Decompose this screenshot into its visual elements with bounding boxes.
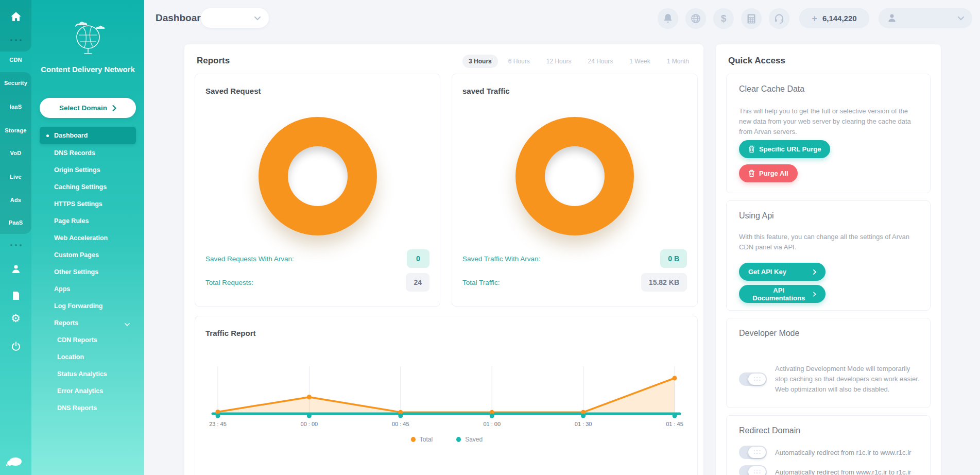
sidebar-item-label: Web Acceleration	[54, 234, 108, 242]
stat-row: Total Traffic: 15.82 KB	[462, 273, 687, 292]
clear-cache-title: Clear Cache Data	[739, 84, 804, 94]
using-api-desc: With this feature, you can change all th…	[739, 232, 920, 252]
sidebar-item-dns-records[interactable]: DNS Records	[40, 144, 136, 161]
sidebar-subitem-location[interactable]: Location	[40, 348, 136, 365]
redirect-row-label: Automatically redirect from www.r1c.ir t…	[775, 468, 911, 475]
redirect-nonwww-toggle[interactable]	[739, 465, 767, 475]
cdn-dashboard-app: CDNSecurityIaaSStorageVoDLiveAdsPaaS ⚙	[0, 0, 980, 475]
purge-all-button[interactable]: Purge All	[739, 164, 798, 182]
rail-divider-dots-icon	[0, 39, 31, 41]
globe-icon[interactable]	[685, 8, 706, 29]
api-documentations-button[interactable]: API Documentations	[739, 285, 826, 303]
calculator-icon[interactable]	[741, 8, 762, 29]
chevron-down-icon	[254, 16, 261, 21]
time-filter-1-week[interactable]: 1 Week	[623, 55, 656, 68]
trash-icon	[748, 145, 755, 153]
reports-title: Reports	[197, 56, 230, 66]
sidebar-item-origin-settings[interactable]: Origin Settings	[40, 161, 136, 178]
sidebar-subitem-status-analytics[interactable]: Status Analytics	[40, 365, 136, 382]
plus-icon: +	[812, 14, 817, 23]
sidebar-item-label: Origin Settings	[54, 166, 100, 174]
time-filter-3-hours[interactable]: 3 Hours	[462, 55, 498, 68]
user-menu[interactable]	[879, 8, 972, 28]
rail-item-paas[interactable]: PaaS	[0, 219, 31, 226]
sidebar-item-dashboard[interactable]: Dashboard	[40, 127, 136, 144]
specific-url-purge-button[interactable]: Specific URL Purge	[739, 140, 830, 158]
reports-panel: Reports 3 Hours6 Hours12 Hours24 Hours1 …	[184, 44, 703, 475]
bell-icon[interactable]	[658, 8, 678, 29]
redirect-www-toggle[interactable]	[739, 446, 767, 459]
sidebar-subitem-error-analytics[interactable]: Error Analytics	[40, 382, 136, 399]
docs-icon[interactable]	[0, 291, 31, 303]
page-title: Dashboard	[156, 12, 207, 24]
svg-text:00 : 45: 00 : 45	[392, 421, 409, 427]
saved-request-donut-chart	[259, 117, 377, 235]
redirect-domain-card: Redirect Domain Automatically redirect f…	[726, 415, 931, 475]
specific-url-purge-label: Specific URL Purge	[759, 145, 821, 153]
rail-item-storage[interactable]: Storage	[0, 127, 31, 133]
user-icon[interactable]	[0, 264, 31, 276]
stat-row: Saved Traffic With Arvan: 0 B	[462, 249, 687, 268]
rail-item-vod[interactable]: VoD	[0, 150, 31, 156]
select-domain-button[interactable]: Select Domain	[40, 98, 136, 118]
rail-item-cdn[interactable]: CDN	[0, 57, 31, 63]
saved-traffic-donut-chart	[515, 117, 634, 235]
api-documentations-label: API Documentations	[748, 286, 809, 302]
sidebar-subitem-cdn-reports[interactable]: CDN Reports	[40, 331, 136, 348]
sidebar-item-label: Dashboard	[54, 132, 88, 139]
sidebar-item-caching-settings[interactable]: Caching Settings	[40, 178, 136, 195]
sidebar-item-log-forwarding[interactable]: Log Forwarding	[40, 297, 136, 314]
credit-counter-pill[interactable]: + 6,144,220	[799, 8, 869, 28]
sidebar-item-web-acceleration[interactable]: Web Acceleration	[40, 229, 136, 246]
sidebar-item-label: Page Rules	[54, 217, 89, 225]
sidebar-item-label: HTTPS Settings	[54, 200, 102, 208]
stat-label: Saved Requests With Arvan:	[205, 255, 294, 263]
rail-item-live[interactable]: Live	[0, 174, 31, 180]
sidebar-item-apps[interactable]: Apps	[40, 280, 136, 297]
time-filter-6-hours[interactable]: 6 Hours	[502, 55, 536, 68]
stat-label: Total Requests:	[205, 279, 253, 286]
rail-item-iaas[interactable]: IaaS	[0, 104, 31, 110]
sidebar-item-https-settings[interactable]: HTTPS Settings	[40, 195, 136, 212]
redirect-domain-title: Redirect Domain	[739, 426, 800, 435]
domain-dropdown[interactable]	[201, 8, 269, 28]
legend-label: Total	[420, 436, 433, 443]
legend-dot-icon	[411, 437, 416, 442]
time-filter-1-month[interactable]: 1 Month	[661, 55, 695, 68]
chevron-right-icon	[813, 269, 816, 275]
rail-item-security[interactable]: Security	[0, 80, 31, 86]
sidebar-subitem-dns-reports[interactable]: DNS Reports	[40, 399, 136, 416]
svg-text:01 : 30: 01 : 30	[575, 421, 592, 427]
dollar-icon[interactable]: $	[713, 8, 734, 29]
purge-all-label: Purge All	[759, 169, 788, 177]
home-icon[interactable]	[0, 11, 31, 24]
get-api-key-label: Get API Key	[748, 268, 786, 276]
traffic-report-line-chart: 23 : 4500 : 0000 : 4501 : 0001 : 3001 : …	[195, 360, 698, 428]
legend-dot-icon	[456, 437, 461, 442]
gear-icon[interactable]: ⚙	[0, 313, 31, 324]
saved-traffic-stats: Saved Traffic With Arvan: 0 B Total Traf…	[462, 249, 687, 297]
stat-row: Saved Requests With Arvan: 0	[205, 249, 429, 268]
legend-label: Saved	[465, 436, 483, 443]
headset-icon[interactable]	[769, 8, 789, 29]
time-filter-24-hours[interactable]: 24 Hours	[581, 55, 619, 68]
power-icon[interactable]	[0, 341, 31, 353]
developer-mode-toggle[interactable]	[739, 372, 767, 386]
time-filter-12-hours[interactable]: 12 Hours	[540, 55, 578, 68]
stat-value-badge: 0 B	[660, 249, 687, 268]
stat-row: Total Requests: 24	[205, 273, 429, 292]
sidebar-item-page-rules[interactable]: Page Rules	[40, 212, 136, 229]
chart-legend: TotalSaved	[195, 436, 698, 443]
stat-value-badge: 0	[407, 249, 429, 268]
redirect-row: Automatically redirect from www.r1c.ir t…	[739, 465, 920, 475]
get-api-key-button[interactable]: Get API Key	[739, 263, 826, 281]
sidebar-item-reports[interactable]: Reports	[40, 314, 136, 331]
chevron-down-icon	[125, 321, 130, 328]
sidebar-item-label: Custom Pages	[54, 251, 99, 259]
sidebar-item-other-settings[interactable]: Other Settings	[40, 263, 136, 280]
rail-item-ads[interactable]: Ads	[0, 197, 31, 203]
credit-amount: 6,144,220	[822, 14, 857, 23]
chevron-down-icon	[958, 16, 964, 21]
cloud-logo-icon[interactable]	[5, 455, 23, 469]
sidebar-item-custom-pages[interactable]: Custom Pages	[40, 246, 136, 263]
